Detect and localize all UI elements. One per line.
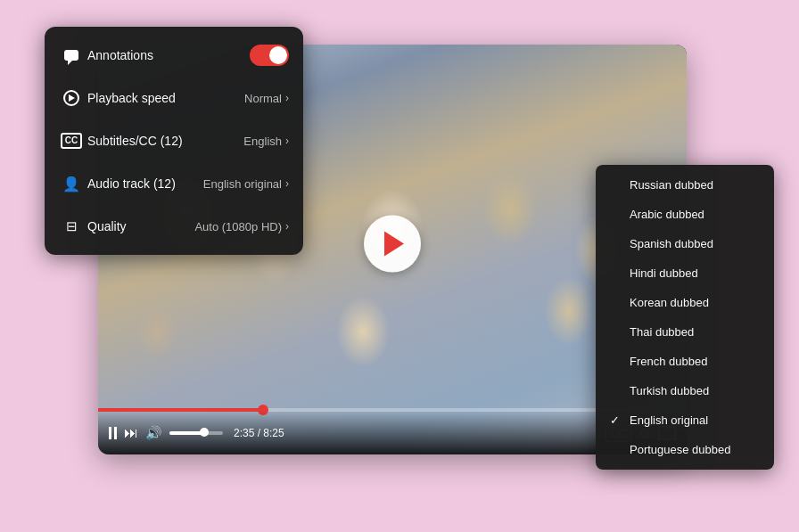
dropdown-item-label: Thai dubbed: [630, 325, 694, 339]
quality-value: Auto (1080p HD): [194, 220, 282, 233]
circle-play-icon: [63, 90, 79, 106]
subtitles-label: Subtitles/CC (12): [87, 134, 243, 148]
annotations-label: Annotations: [87, 48, 250, 62]
dropdown-item[interactable]: ✓English original: [596, 405, 774, 435]
playback-speed-label: Playback speed: [87, 91, 244, 105]
dropdown-item[interactable]: ✓Arabic dubbed: [596, 200, 774, 229]
annotations-icon: [59, 43, 84, 68]
pause-button[interactable]: [109, 427, 117, 439]
dropdown-item-label: Korean dubbed: [630, 296, 709, 309]
menu-item-playback-speed[interactable]: Playback speed Normal ›: [45, 77, 303, 119]
quality-icon: ⊟: [59, 214, 84, 239]
volume-button[interactable]: 🔊: [145, 425, 162, 441]
menu-item-quality[interactable]: ⊟ Quality Auto (1080p HD) ›: [45, 205, 303, 248]
playback-speed-value: Normal: [244, 92, 282, 105]
playback-speed-arrow: ›: [285, 92, 289, 104]
dropdown-item[interactable]: ✓Turkish dubbed: [596, 376, 774, 405]
dropdown-item-label: Spanish dubbed: [630, 237, 713, 250]
dropdown-item[interactable]: ✓Russian dubbed: [596, 170, 774, 200]
subtitles-value: English: [243, 135, 282, 148]
dropdown-item[interactable]: ✓Portuguese dubbed: [596, 435, 774, 464]
volume-fill: [169, 431, 204, 435]
quality-arrow: ›: [285, 220, 289, 233]
menu-item-audio-track[interactable]: 👤 Audio track (12) English original ›: [45, 162, 303, 205]
pause-icon: [109, 427, 117, 439]
menu-item-annotations[interactable]: Annotations: [45, 34, 303, 77]
quality-label: Quality: [87, 219, 194, 233]
play-triangle-icon: [384, 232, 404, 257]
skip-icon: ⏭: [124, 425, 138, 441]
audio-person-icon: 👤: [59, 171, 84, 196]
audio-track-label: Audio track (12): [87, 176, 203, 191]
audio-track-arrow: ›: [285, 177, 289, 190]
playback-icon: [59, 86, 84, 110]
dropdown-item[interactable]: ✓Thai dubbed: [596, 317, 774, 347]
person-silhouette-icon: 👤: [62, 176, 80, 192]
subtitles-arrow: ›: [285, 135, 289, 147]
dropdown-item-label: Turkish dubbed: [630, 384, 709, 397]
skip-button[interactable]: ⏭: [124, 425, 138, 441]
check-icon: ✓: [610, 413, 626, 427]
volume-slider[interactable]: [169, 431, 223, 435]
speech-bubble-icon: [64, 50, 78, 61]
dropdown-item-label: Russian dubbed: [630, 178, 713, 192]
volume-icon: 🔊: [145, 425, 162, 441]
sliders-icon: ⊟: [66, 218, 78, 234]
cc-box-icon: CC: [61, 133, 82, 149]
audio-track-value: English original: [203, 177, 282, 191]
dropdown-item-label: Hindi dubbed: [630, 266, 698, 280]
dropdown-item-label: French dubbed: [630, 355, 707, 368]
time-display: 2:35 / 8:25: [234, 427, 284, 439]
cc-menu-icon: CC: [59, 128, 84, 153]
dropdown-item[interactable]: ✓French dubbed: [596, 347, 774, 376]
dropdown-item[interactable]: ✓Hindi dubbed: [596, 258, 774, 288]
audio-track-dropdown: ✓Russian dubbed✓Arabic dubbed✓Spanish du…: [596, 165, 774, 470]
circle-play-triangle: [69, 94, 75, 102]
play-button[interactable]: [364, 216, 421, 273]
dropdown-item-label: Portuguese dubbed: [630, 443, 730, 456]
settings-menu: Annotations Playback speed Normal › CC S…: [45, 27, 303, 255]
annotations-toggle[interactable]: [250, 45, 289, 66]
dropdown-item-label: Arabic dubbed: [630, 208, 704, 221]
toggle-knob: [269, 46, 287, 64]
dropdown-item-label: English original: [630, 413, 708, 427]
dropdown-item[interactable]: ✓Korean dubbed: [596, 288, 774, 317]
dropdown-item[interactable]: ✓Spanish dubbed: [596, 229, 774, 258]
menu-item-subtitles[interactable]: CC Subtitles/CC (12) English ›: [45, 119, 303, 162]
